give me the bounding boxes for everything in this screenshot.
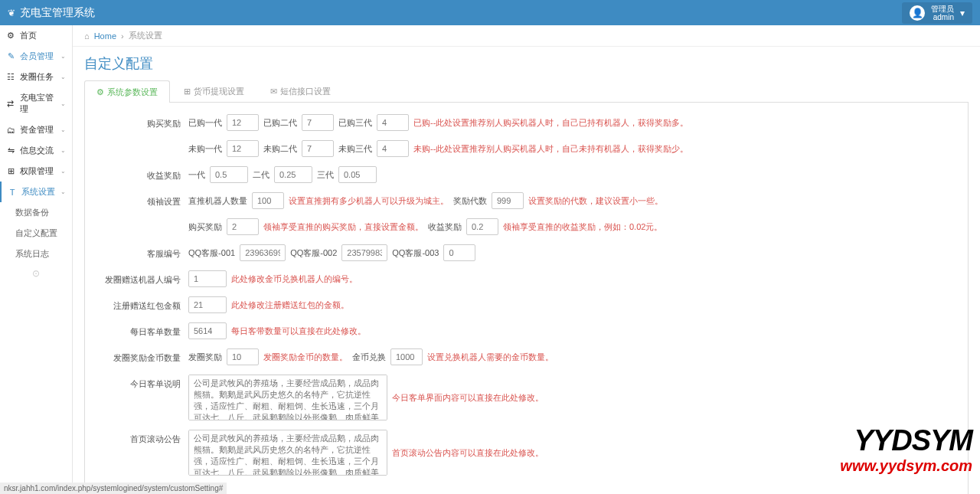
label-income-reward: 收益奖励 (93, 166, 188, 182)
nav-powerbank[interactable]: ⇄充电宝管理⌄ (0, 87, 72, 119)
chevron-down-icon: ▾ (960, 8, 965, 18)
grid-icon: ⊞ (6, 166, 15, 176)
input-coin-exchange[interactable] (390, 348, 423, 365)
list-icon: ☷ (6, 72, 15, 82)
sidebar: ⚙首页 ✎会员管理⌄ ☷发圈任务⌄ ⇄充电宝管理⌄ 🗂资金管理⌄ ⇋信息交流⌄ … (0, 25, 73, 494)
input-income-gen3[interactable] (338, 166, 377, 183)
textarea-scroll-notice[interactable] (188, 430, 387, 476)
input-reg-red[interactable] (188, 296, 227, 313)
mail-icon: ✉ (270, 87, 277, 97)
input-qq3[interactable] (443, 244, 475, 261)
input-income-gen1[interactable] (210, 166, 248, 183)
folder-icon: 🗂 (6, 126, 15, 135)
grid-icon: ⊞ (184, 87, 191, 97)
avatar-icon: 👤 (910, 5, 925, 21)
label-robot-no: 发圈赠送机器人编号 (93, 270, 188, 286)
sub-config[interactable]: 自定义配置 (0, 223, 72, 244)
input-leader-buy[interactable] (227, 218, 259, 235)
sub-log[interactable]: 系统日志 (0, 244, 72, 264)
input-nobuy-gen2[interactable] (302, 140, 334, 157)
dashboard-icon: ⚙ (6, 31, 15, 41)
breadcrumb-home[interactable]: Home (94, 31, 116, 41)
input-qq1[interactable] (240, 244, 286, 261)
status-url: nksr.jahh1.com/index.php/systemlogined/s… (0, 483, 227, 494)
input-qq2[interactable] (341, 244, 387, 261)
chevron-down-icon: ⌄ (60, 126, 66, 133)
page-title: 自定义配置 (84, 54, 969, 73)
sub-backup[interactable]: 数据备份 (0, 202, 72, 223)
tabs: ⚙系统参数设置 ⊞货币提现设置 ✉短信接口设置 (84, 80, 969, 103)
chevron-down-icon: ⌄ (60, 100, 66, 107)
tab-sms[interactable]: ✉短信接口设置 (258, 80, 343, 102)
nav-finance[interactable]: 🗂资金管理⌄ (0, 119, 72, 140)
chevron-down-icon: ⌄ (60, 168, 66, 175)
input-leader-count[interactable] (252, 192, 284, 209)
input-buy-gen2[interactable] (302, 114, 334, 131)
chevron-down-icon: ⌄ (60, 188, 66, 195)
label-daily: 每日客单数量 (93, 322, 188, 338)
input-robot-no[interactable] (188, 270, 227, 287)
input-leader-income[interactable] (466, 218, 498, 235)
input-buy-gen1[interactable] (227, 114, 259, 131)
label-coin: 发圈奖励金币数量 (93, 348, 188, 364)
collapse-icon[interactable]: ⊙ (0, 264, 72, 283)
top-header: ❦ 充电宝管理系统 👤 管理员 admin ▾ (0, 0, 980, 25)
input-nobuy-gen3[interactable] (377, 140, 409, 157)
text-icon: T (8, 188, 17, 197)
user-role: 管理员 (931, 5, 954, 13)
label-leader: 领袖设置 (93, 192, 188, 208)
label-buy-reward: 购买奖励 (93, 114, 188, 129)
breadcrumb: ⌂ Home › 系统设置 (73, 25, 980, 47)
nav-info[interactable]: ⇋信息交流⌄ (0, 140, 72, 161)
input-leader-gen[interactable] (492, 192, 524, 209)
label-scroll-notice: 首页滚动公告 (93, 430, 188, 445)
breadcrumb-current: 系统设置 (129, 30, 162, 41)
chevron-down-icon: ⌄ (60, 53, 66, 60)
nav-member[interactable]: ✎会员管理⌄ (0, 46, 72, 67)
nav-task[interactable]: ☷发圈任务⌄ (0, 67, 72, 87)
input-nobuy-gen1[interactable] (227, 140, 259, 157)
exchange-icon: ⇋ (6, 146, 15, 155)
shuffle-icon: ⇄ (6, 99, 15, 109)
label-reg-red: 注册赠送红包金额 (93, 296, 188, 312)
chevron-down-icon: ⌄ (60, 74, 66, 80)
input-income-gen2[interactable] (274, 166, 312, 183)
nav-system[interactable]: T系统设置⌄ (0, 182, 72, 202)
nav-permission[interactable]: ⊞权限管理⌄ (0, 161, 72, 182)
label-today-desc: 今日客单说明 (93, 375, 188, 390)
input-daily[interactable] (188, 322, 227, 339)
label-qq: 客服编号 (93, 244, 188, 260)
nav-home[interactable]: ⚙首页 (0, 25, 72, 46)
input-buy-gen3[interactable] (377, 114, 409, 131)
input-coin-reward[interactable] (227, 348, 259, 365)
home-icon: ⌂ (84, 31, 90, 41)
leaf-icon: ❦ (8, 8, 15, 18)
tab-withdraw[interactable]: ⊞货币提现设置 (172, 80, 256, 102)
user-name: admin (931, 13, 954, 21)
tab-system-params[interactable]: ⚙系统参数设置 (84, 80, 170, 103)
app-title: 充电宝管理系统 (20, 6, 95, 20)
chevron-down-icon: ⌄ (60, 147, 66, 154)
edit-icon: ✎ (6, 51, 15, 61)
gear-icon: ⚙ (96, 87, 104, 97)
textarea-today-desc[interactable] (188, 375, 387, 420)
user-menu[interactable]: 👤 管理员 admin ▾ (902, 2, 972, 24)
